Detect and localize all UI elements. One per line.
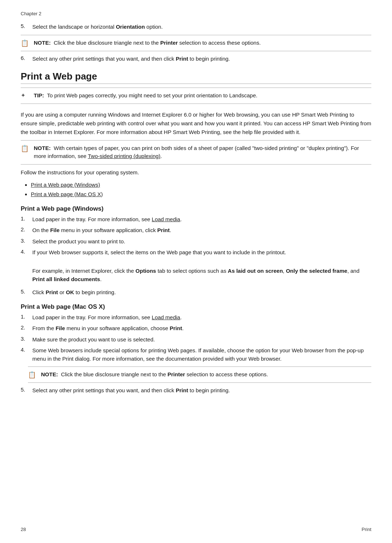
win-step-2: 2. On the File menu in your software app… (21, 226, 371, 235)
mac-step-number-5: 5. (21, 386, 32, 393)
mac-step-text-4: Some Web browsers include special option… (32, 347, 371, 363)
mac-step-text-3: Make sure the product you want to use is… (32, 336, 371, 344)
intro-note-box: 📋 NOTE: Click the blue disclosure triang… (21, 35, 371, 51)
win-step-number-5: 5. (21, 288, 32, 295)
win-step-number-1: 1. (21, 215, 32, 222)
mac-step-5: 5. Select any other print settings that … (21, 386, 371, 395)
tip-icon: ✦ (21, 92, 31, 99)
win-step-text-2: On the File menu in your software applic… (32, 226, 371, 235)
load-media-link-1[interactable]: Load media (152, 216, 180, 222)
bullet-list: Print a Web page (Windows) Print a Web p… (31, 181, 371, 199)
note-text: NOTE: Click the blue disclosure triangle… (34, 39, 261, 47)
macosx-note-box: 📋 NOTE: Click the blue disclosure triang… (28, 366, 371, 383)
win-step-text-1: Load paper in the tray. For more informa… (32, 215, 371, 224)
tip-box: ✦ TIP: To print Web pages correctly, you… (21, 88, 371, 104)
windows-section-title: Print a Web page (Windows) (21, 205, 371, 212)
windows-link[interactable]: Print a Web page (Windows) (31, 182, 100, 188)
chapter-label: Chapter 2 (21, 11, 371, 16)
follow-text: Follow the instructions for your operati… (21, 168, 371, 177)
tip-text: TIP: To print Web pages correctly, you m… (34, 92, 257, 100)
step-number-6: 6. (21, 55, 32, 61)
mac-step-text-5: Select any other print settings that you… (32, 386, 371, 395)
win-step-4: 4. If your Web browser supports it, sele… (21, 248, 371, 285)
middle-note-box: 📋 NOTE: With certain types of paper, you… (21, 140, 371, 165)
macosx-note-icon: 📋 (28, 371, 38, 379)
windows-steps: 1. Load paper in the tray. For more info… (21, 215, 371, 297)
mac-step-2: 2. From the File menu in your software a… (21, 324, 371, 333)
middle-note-icon: 📋 (21, 145, 31, 153)
page: Chapter 2 5. Select the landscape or hor… (0, 0, 392, 543)
win-step-text-4: If your Web browser supports it, select … (32, 248, 371, 285)
two-sided-link[interactable]: Two-sided printing (duplexing) (88, 153, 160, 159)
load-media-link-2[interactable]: Load media (152, 314, 180, 320)
win-step-text-3: Select the product you want to print to. (32, 238, 371, 246)
bullet-item-macosx: Print a Web page (Mac OS X) (31, 190, 371, 199)
win-step-number-4: 4. (21, 248, 32, 255)
section-title: Print a Web page (21, 71, 371, 84)
intro-step-6: 6. Select any other print settings that … (21, 55, 371, 63)
step-text-5: Select the landscape or horizontal Orien… (32, 23, 371, 31)
mac-step-3: 3. Make sure the product you want to use… (21, 336, 371, 344)
mac-step-text-2: From the File menu in your software appl… (32, 324, 371, 333)
footer: 28 Print (21, 527, 371, 532)
footer-section: Print (362, 527, 371, 532)
footer-page-number: 28 (21, 527, 26, 532)
intro-step-5: 5. Select the landscape or horizontal Or… (21, 23, 371, 31)
mac-step-number-4: 4. (21, 347, 32, 353)
macosx-note-text: NOTE: Click the blue disclosure triangle… (41, 370, 268, 379)
win-step-4-subnote: For example, in Internet Explorer, click… (32, 267, 371, 283)
win-step-5: 5. Click Print or OK to begin printing. (21, 288, 371, 297)
macosx-link[interactable]: Print a Web page (Mac OS X) (31, 191, 103, 197)
win-step-number-3: 3. (21, 238, 32, 244)
middle-note-text: NOTE: With certain types of paper, you c… (34, 144, 371, 161)
mac-step-number-3: 3. (21, 336, 32, 342)
macosx-section-title: Print a Web page (Mac OS X) (21, 303, 371, 311)
mac-step-4: 4. Some Web browsers include special opt… (21, 347, 371, 363)
bullet-item-windows: Print a Web page (Windows) (31, 181, 371, 189)
win-step-text-5: Click Print or OK to begin printing. (32, 288, 371, 297)
win-step-number-2: 2. (21, 226, 32, 232)
note-icon: 📋 (21, 39, 31, 47)
win-step-3: 3. Select the product you want to print … (21, 238, 371, 246)
body-paragraph: If you are using a computer running Wind… (21, 110, 371, 137)
macosx-steps: 1. Load paper in the tray. For more info… (21, 313, 371, 395)
mac-step-number-2: 2. (21, 324, 32, 331)
step-text-6: Select any other print settings that you… (32, 55, 371, 63)
win-step-1: 1. Load paper in the tray. For more info… (21, 215, 371, 224)
mac-step-number-1: 1. (21, 313, 32, 320)
mac-step-1: 1. Load paper in the tray. For more info… (21, 313, 371, 322)
step-number-5: 5. (21, 23, 32, 29)
mac-step-text-1: Load paper in the tray. For more informa… (32, 313, 371, 322)
